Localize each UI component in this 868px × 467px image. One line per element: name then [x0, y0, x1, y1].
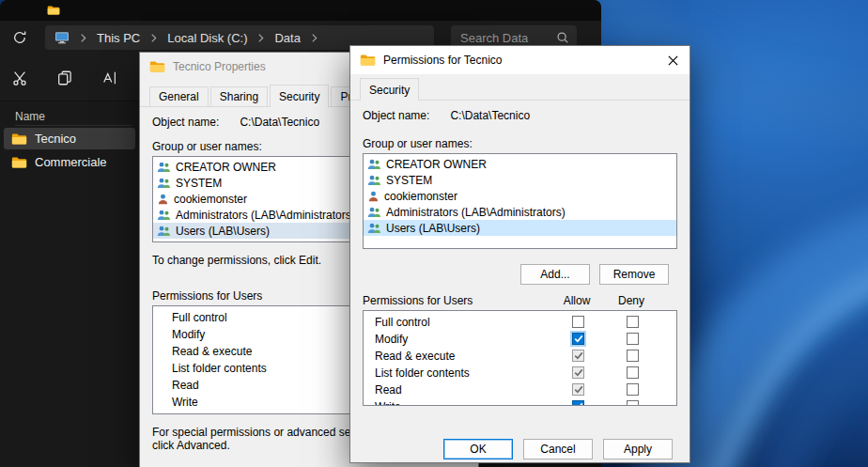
group-list-item-creator-owner[interactable]: CREATOR OWNER [364, 156, 676, 172]
group-name: cookiemonster [174, 193, 247, 206]
group-list-item-users-lab-users[interactable]: Users (LAB\Users) [364, 220, 676, 236]
permission-name: List folder contents [375, 366, 470, 380]
deny-column-header: Deny [609, 294, 654, 307]
group-name: Administrators (LAB\Administrators) [386, 206, 566, 219]
permission-name: Read & execute [172, 345, 252, 358]
permissions-dialog-body: Object name: C:\Data\Tecnico Group or us… [350, 109, 690, 459]
group-name: CREATOR OWNER [176, 161, 276, 174]
permission-row-full-control: Full control [364, 314, 676, 331]
group-name: SYSTEM [176, 177, 222, 190]
breadcrumb-data[interactable]: Data [274, 31, 300, 45]
permissions-dialog-title: Permissions for Tecnico [383, 54, 648, 67]
dialog-folder-icon [149, 60, 165, 73]
group-name: Users (LAB\Users) [386, 222, 480, 235]
cut-icon[interactable] [11, 70, 28, 86]
tab-general[interactable]: General [149, 86, 209, 106]
allow-checkbox-write[interactable] [572, 400, 584, 406]
users-icon [367, 207, 381, 218]
deny-checkbox-read[interactable] [627, 383, 639, 396]
group-list-item-administrators-lab-administrators[interactable]: Administrators (LAB\Administrators) [364, 204, 676, 220]
ok-button[interactable]: OK [443, 439, 513, 459]
permissions-list-label: Permissions for Users [363, 294, 473, 307]
users-icon [157, 226, 171, 237]
group-list-item-cookiemonster[interactable]: cookiemonster [364, 188, 676, 204]
refresh-icon[interactable] [11, 29, 28, 46]
users-icon [367, 159, 381, 170]
users-icon [367, 223, 381, 234]
allow-checkbox-read [572, 383, 584, 396]
permission-name: Write [172, 396, 198, 409]
breadcrumb-chevron-icon[interactable] [80, 33, 86, 43]
breadcrumb-chevron-icon[interactable] [150, 33, 157, 43]
deny-checkbox-full-control[interactable] [627, 316, 639, 328]
explorer-tab-strip [0, 0, 601, 21]
allow-checkbox-read-execute [572, 350, 584, 362]
apply-button[interactable]: Apply [603, 439, 673, 459]
permission-name: List folder contents [172, 362, 267, 375]
breadcrumb-local-disk-c[interactable]: Local Disk (C:) [167, 31, 247, 45]
deny-checkbox-write[interactable] [627, 400, 639, 406]
add-button[interactable]: Add... [520, 264, 590, 285]
permission-name: Read [172, 379, 199, 392]
tab-sharing[interactable]: Sharing [210, 86, 268, 106]
permission-row-write: Write [364, 398, 676, 406]
object-name-label: Object name: [152, 116, 219, 129]
allow-checkbox-modify[interactable] [572, 333, 584, 345]
permission-row-read-execute: Read & execute [364, 348, 676, 365]
object-name-value: C:\Data\Tecnico [450, 109, 530, 122]
permission-row-read: Read [364, 381, 676, 398]
allow-checkbox-list-folder-contents [572, 366, 584, 379]
file-name: Tecnico [35, 132, 76, 146]
close-button[interactable] [656, 46, 690, 74]
remove-button[interactable]: Remove [599, 264, 669, 285]
file-row-commerciale[interactable]: Commerciale [4, 151, 135, 173]
file-name: Commerciale [35, 155, 107, 169]
group-list-item-system[interactable]: SYSTEM [364, 172, 676, 188]
permission-name: Write [375, 400, 401, 406]
permissions-grid: Full controlModifyRead & executeList fol… [363, 310, 677, 406]
search-icon[interactable] [556, 31, 569, 44]
breadcrumb-chevron-icon[interactable] [311, 33, 318, 43]
tab-security[interactable]: Security [360, 78, 419, 101]
deny-checkbox-list-folder-contents[interactable] [627, 366, 639, 379]
user-icon [157, 194, 169, 205]
group-name: Users (LAB\Users) [176, 225, 270, 238]
permissions-dialog-titlebar[interactable]: Permissions for Tecnico [350, 46, 690, 74]
search-input[interactable] [460, 31, 556, 45]
permission-name: Read & execute [375, 350, 455, 363]
rename-icon[interactable] [101, 70, 118, 86]
user-icon [367, 191, 380, 202]
permission-name: Modify [375, 333, 408, 346]
column-header-name[interactable]: Name [15, 107, 132, 126]
deny-checkbox-read-execute[interactable] [627, 350, 639, 362]
permission-row-modify: Modify [364, 331, 676, 348]
breadcrumb-chevron-icon[interactable] [257, 33, 264, 43]
copy-icon[interactable] [56, 70, 73, 86]
group-listbox: CREATOR OWNERSYSTEMcookiemonsterAdminist… [363, 153, 677, 249]
group-name: CREATOR OWNER [386, 158, 487, 171]
group-name: SYSTEM [386, 174, 432, 187]
permissions-grid-header: Permissions for Users Allow Deny [363, 294, 677, 308]
permission-name: Full control [172, 311, 227, 324]
permission-name: Full control [375, 316, 430, 329]
desktop: This PC Local Disk (C:) Data Name Tecnic… [0, 0, 868, 467]
file-row-tecnico[interactable]: Tecnico [4, 128, 135, 149]
tab-security[interactable]: Security [270, 85, 329, 107]
deny-checkbox-modify[interactable] [627, 333, 639, 345]
breadcrumb-this-pc[interactable]: This PC [97, 31, 140, 45]
users-icon [157, 178, 171, 189]
permissions-dialog-tabs: Security [350, 74, 690, 101]
users-icon [157, 162, 171, 173]
users-icon [367, 175, 381, 186]
permission-name: Modify [172, 328, 205, 341]
cancel-button[interactable]: Cancel [523, 439, 593, 459]
this-pc-icon [54, 31, 70, 44]
group-name: cookiemonster [384, 190, 457, 203]
explorer-tab-folder-icon[interactable] [47, 5, 60, 16]
group-name: Administrators (LAB\Administrators) [176, 209, 355, 222]
users-icon [157, 210, 171, 221]
permission-name: Read [375, 383, 402, 397]
object-name-label: Object name: [363, 109, 429, 122]
allow-checkbox-full-control[interactable] [572, 316, 584, 328]
group-list-label: Group or user names: [363, 137, 677, 150]
